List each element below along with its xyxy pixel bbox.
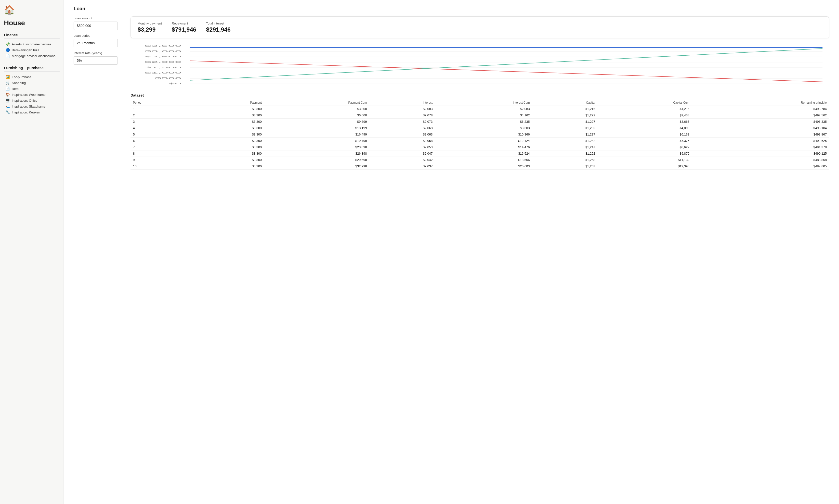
loan-amount-group: Loan amount — [73, 16, 123, 30]
sidebar-item-keuken[interactable]: 🔧 Inspiration: Keuken — [4, 109, 59, 115]
loan-inputs: Loan amount Loan period Interest rate (y… — [73, 16, 123, 169]
table-cell: $16,524 — [435, 150, 532, 157]
table-cell: 1 — [131, 106, 190, 112]
table-cell: $2,058 — [369, 138, 435, 144]
repayment-label: Repayment — [172, 21, 196, 25]
table-cell: $1,258 — [532, 157, 598, 163]
table-cell: $2,053 — [369, 144, 435, 150]
slaapkamer-icon: 🛏️ — [5, 104, 10, 108]
sidebar: 🏠 House Finance 💸 Assets + income/expens… — [0, 0, 64, 504]
table-cell: 6 — [131, 138, 190, 144]
table-cell: $1,237 — [532, 131, 598, 138]
loan-period-label: Loan period — [73, 34, 123, 37]
table-cell: $1,216 — [532, 106, 598, 112]
table-cell: $1,232 — [532, 125, 598, 131]
table-row: 9$3,300$29,698$2,042$18,566$1,258$11,132… — [131, 157, 829, 163]
sidebar-item-slaapkamer[interactable]: 🛏️ Inspiration: Slaapkamer — [4, 103, 59, 109]
table-row: 2$3,300$6,600$2,078$4,162$1,222$2,438$49… — [131, 112, 829, 119]
table-header-row: Period Payment Payment Cum Interest Inte… — [131, 100, 829, 106]
table-cell: $2,073 — [369, 119, 435, 125]
total-interest-value: $291,946 — [206, 26, 230, 33]
interest-rate-label: Interest rate (yearly) — [73, 51, 123, 55]
table-cell: 8 — [131, 150, 190, 157]
dataset-table: Period Payment Payment Cum Interest Inte… — [131, 100, 829, 169]
page-title: House — [4, 19, 59, 27]
table-cell: $488,868 — [692, 157, 829, 163]
interest-rate-group: Interest rate (yearly) — [73, 51, 123, 65]
table-cell: $3,300 — [190, 150, 264, 157]
table-cell: $29,698 — [264, 157, 370, 163]
interest-rate-input[interactable] — [73, 56, 118, 65]
sidebar-item-berekeningen[interactable]: 🔵 Berekeningen huis — [4, 47, 59, 53]
sidebar-item-label-slaapkamer: Inspiration: Slaapkamer — [12, 105, 47, 108]
sidebar-item-assets[interactable]: 💸 Assets + income/expenses — [4, 41, 59, 47]
svg-text:$0: $0 — [168, 82, 182, 85]
table-row: 6$3,300$19,799$2,058$12,424$1,242$7,375$… — [131, 138, 829, 144]
table-cell: $3,300 — [190, 138, 264, 144]
col-header-capital-cum: Capital Cum — [598, 100, 692, 106]
col-header-period: Period — [131, 100, 190, 106]
total-interest-label: Total interest — [206, 21, 230, 25]
loan-amount-input[interactable] — [73, 21, 118, 30]
sidebar-item-label-shopping: Shopping — [12, 81, 26, 85]
table-cell: $1,242 — [532, 138, 598, 144]
dataset-title: Dataset — [131, 93, 829, 97]
table-cell: $487,605 — [692, 163, 829, 169]
table-cell: $14,476 — [435, 144, 532, 150]
table-cell: 10 — [131, 163, 190, 169]
table-cell: $10,366 — [435, 131, 532, 138]
app-logo: 🏠 — [4, 5, 59, 15]
table-cell: $3,300 — [264, 106, 370, 112]
table-cell: $23,098 — [264, 144, 370, 150]
for-purchase-icon: 🖼️ — [5, 75, 10, 79]
table-cell: $26,398 — [264, 150, 370, 157]
table-cell: $12,395 — [598, 163, 692, 169]
table-cell: $9,899 — [264, 119, 370, 125]
col-header-remaining: Remaining principle — [692, 100, 829, 106]
svg-text:$3,500: $3,500 — [144, 44, 182, 47]
berekeningen-icon: 🔵 — [5, 48, 10, 52]
table-cell: $1,222 — [532, 112, 598, 119]
sidebar-section-title-furnishing: Furnishing + purchase — [4, 66, 59, 72]
table-cell: $3,300 — [190, 144, 264, 150]
table-cell: $4,162 — [435, 112, 532, 119]
table-cell: $3,665 — [598, 119, 692, 125]
ritm-icon: 📄 — [5, 87, 10, 91]
sidebar-item-office[interactable]: 🖥️ Inspiration: Office — [4, 97, 59, 103]
svg-text:$2,000: $2,000 — [144, 61, 182, 63]
loan-right: Monthly payment $3,299 Repayment $791,94… — [131, 16, 829, 169]
sidebar-item-label-mortgage: Mortgage advisor discussions — [12, 54, 55, 58]
repayment-value: $791,946 — [172, 26, 196, 33]
table-cell: $3,300 — [190, 125, 264, 131]
loan-chart: $3,500 $3,000 $2,500 $2,000 $1,500 $1,00… — [131, 43, 829, 87]
svg-text:$3,000: $3,000 — [144, 50, 182, 52]
table-cell: 4 — [131, 125, 190, 131]
sidebar-item-label-keuken: Inspiration: Keuken — [12, 110, 40, 114]
sidebar-item-for-purchase[interactable]: 🖼️ For-purchase — [4, 74, 59, 80]
sidebar-item-ritm[interactable]: 📄 Ritm — [4, 86, 59, 92]
col-header-interest-cum: Interest Cum — [435, 100, 532, 106]
table-cell: $2,078 — [369, 112, 435, 119]
table-cell: $16,499 — [264, 131, 370, 138]
svg-text:$2,500: $2,500 — [144, 55, 182, 58]
table-cell: $11,132 — [598, 157, 692, 163]
loan-period-group: Loan period — [73, 34, 123, 47]
summary-card: Monthly payment $3,299 Repayment $791,94… — [131, 16, 829, 38]
table-cell: $1,252 — [532, 150, 598, 157]
loan-period-input[interactable] — [73, 39, 118, 47]
woonkamer-icon: 🏠 — [5, 93, 10, 96]
chart-svg: $3,500 $3,000 $2,500 $2,000 $1,500 $1,00… — [131, 43, 829, 87]
sidebar-item-woonkamer[interactable]: 🏠 Inspiration: Woonkamer — [4, 92, 59, 97]
table-cell: $7,375 — [598, 138, 692, 144]
sidebar-item-mortgage[interactable]: 📄 Mortgage advisor discussions — [4, 53, 59, 59]
table-cell: 2 — [131, 112, 190, 119]
sidebar-item-label-office: Inspiration: Office — [12, 99, 37, 103]
sidebar-item-label-assets: Assets + income/expenses — [12, 42, 51, 46]
loan-section: Loan amount Loan period Interest rate (y… — [73, 16, 829, 169]
table-cell: 3 — [131, 119, 190, 125]
table-row: 1$3,300$3,300$2,083$2,083$1,216$1,216$49… — [131, 106, 829, 112]
sidebar-item-label-for-purchase: For-purchase — [12, 75, 31, 79]
sidebar-item-label-ritm: Ritm — [12, 87, 19, 91]
sidebar-item-shopping[interactable]: 🛒 Shopping — [4, 80, 59, 86]
table-row: 8$3,300$26,398$2,047$16,524$1,252$9,875$… — [131, 150, 829, 157]
